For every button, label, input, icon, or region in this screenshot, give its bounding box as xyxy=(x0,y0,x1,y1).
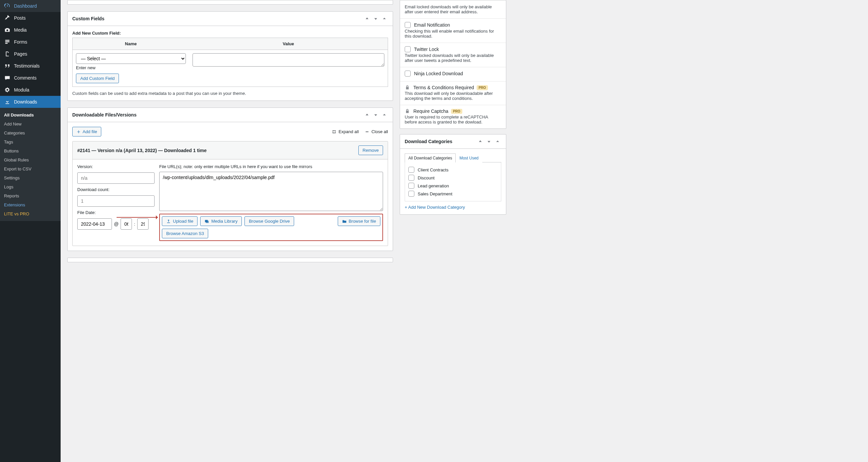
add-new-category-link[interactable]: + Add New Download Category xyxy=(400,205,506,214)
move-up-icon[interactable] xyxy=(363,111,371,119)
svg-rect-2 xyxy=(5,43,8,44)
sidebar-item-posts[interactable]: Posts xyxy=(0,12,61,24)
sidebar-item-comments[interactable]: Comments xyxy=(0,72,61,84)
twitter-lock-desc: Twitter locked downloads will only be av… xyxy=(405,53,501,63)
submenu-add-new[interactable]: Add New xyxy=(0,120,61,129)
gauge-icon xyxy=(4,3,11,9)
category-item: Sales Department xyxy=(418,191,452,196)
add-custom-field-button[interactable]: Add Custom Field xyxy=(76,73,119,83)
custom-fields-description: Custom fields can be used to add extra m… xyxy=(72,91,388,96)
folder-icon xyxy=(342,219,347,224)
sidebar-item-testimonials[interactable]: Testimonials xyxy=(0,60,61,72)
sidebar-item-modula[interactable]: Modula xyxy=(0,84,61,96)
download-options-box: Email locked downloads will only be avai… xyxy=(400,0,506,129)
categories-title: Download Categories xyxy=(405,139,452,144)
name-header: Name xyxy=(72,38,189,50)
ninja-lock-checkbox[interactable] xyxy=(405,71,411,76)
submenu-lite-vs-pro[interactable]: LITE vs PRO xyxy=(0,209,61,218)
camera-icon xyxy=(4,27,11,33)
submenu-reports[interactable]: Reports xyxy=(0,191,61,200)
download-count-label: Download count: xyxy=(77,187,155,192)
downloadable-files-box: Downloadable Files/Versions Add file Exp… xyxy=(67,107,393,251)
file-hour-input[interactable] xyxy=(121,218,132,230)
toggle-icon[interactable] xyxy=(494,138,501,145)
twitter-lock-checkbox[interactable] xyxy=(405,46,411,52)
category-checkbox[interactable] xyxy=(408,167,414,173)
sidebar-item-downloads[interactable]: Downloads xyxy=(0,96,61,108)
submenu-extensions[interactable]: Extensions xyxy=(0,200,61,209)
email-notification-checkbox[interactable] xyxy=(405,22,411,28)
admin-sidebar: Dashboard Posts Media Forms Pages Testim… xyxy=(0,0,61,462)
file-version-block: #2141 — Version n/a (April 13, 2022) — D… xyxy=(72,141,388,246)
svg-rect-0 xyxy=(5,40,10,41)
submenu-global-rules[interactable]: Global Rules xyxy=(0,156,61,164)
plus-icon xyxy=(76,130,81,134)
category-item: Discount xyxy=(418,175,435,180)
pro-badge: PRO xyxy=(477,85,488,90)
sidebar-item-dashboard[interactable]: Dashboard xyxy=(0,0,61,12)
move-up-icon[interactable] xyxy=(477,138,484,145)
sidebar-submenu: All Downloads Add New Categories Tags Bu… xyxy=(0,108,61,221)
tab-most-used[interactable]: Most Used xyxy=(456,154,482,162)
custom-fields-title: Custom Fields xyxy=(72,16,104,21)
expand-all-link[interactable]: Expand all xyxy=(332,129,359,134)
browse-google-drive-button[interactable]: Browse Google Drive xyxy=(245,217,294,226)
sidebar-item-pages[interactable]: Pages xyxy=(0,48,61,60)
move-down-icon[interactable] xyxy=(372,111,379,119)
email-lock-desc: Email locked downloads will only be avai… xyxy=(405,4,501,14)
file-url-input[interactable]: /wp-content/uploads/dlm_uploads/2022/04/… xyxy=(159,172,383,211)
file-minute-input[interactable] xyxy=(137,218,149,230)
submenu-tags[interactable]: Tags xyxy=(0,137,61,146)
custom-fields-box: Custom Fields Add New Custom Field: Name… xyxy=(67,11,393,101)
tab-all-categories[interactable]: All Download Categories xyxy=(405,154,456,162)
remove-file-button[interactable]: Remove xyxy=(359,145,383,155)
upload-file-button[interactable]: Upload file xyxy=(162,217,197,226)
submenu-export-csv[interactable]: Export to CSV xyxy=(0,164,61,173)
category-checkbox[interactable] xyxy=(408,191,414,197)
submenu-all-downloads[interactable]: All Downloads xyxy=(0,110,61,120)
submenu-buttons[interactable]: Buttons xyxy=(0,146,61,156)
file-source-buttons: Upload file Media Library Browse Google … xyxy=(159,214,383,241)
file-url-label: File URL(s); note: only enter multiple U… xyxy=(159,164,383,169)
gear-icon xyxy=(4,87,11,93)
toggle-icon[interactable] xyxy=(381,15,388,22)
submenu-settings[interactable]: Settings xyxy=(0,173,61,183)
postbox-actions xyxy=(363,111,388,119)
file-date-input[interactable] xyxy=(77,218,112,230)
move-up-icon[interactable] xyxy=(363,15,371,22)
twitter-lock-label: Twitter Lock xyxy=(414,46,439,52)
sidebar-item-label: Dashboard xyxy=(14,3,37,9)
category-checkbox[interactable] xyxy=(408,183,414,189)
postbox-header: Downloadable Files/Versions xyxy=(68,108,393,122)
download-categories-box: Download Categories All Download Categor… xyxy=(400,134,506,215)
browse-for-file-button[interactable]: Browse for file xyxy=(338,217,380,226)
sidebar-item-media[interactable]: Media xyxy=(0,24,61,36)
sidebar-item-label: Testimonials xyxy=(14,63,40,69)
download-count-input[interactable] xyxy=(77,195,155,207)
postbox-placeholder xyxy=(67,258,393,262)
browse-amazon-s3-button[interactable]: Browse Amazon S3 xyxy=(162,229,208,238)
move-down-icon[interactable] xyxy=(372,15,379,22)
custom-field-name-select[interactable]: — Select — xyxy=(76,53,186,64)
sidebar-item-label: Posts xyxy=(14,15,26,21)
form-icon xyxy=(4,39,11,45)
category-checkbox[interactable] xyxy=(408,175,414,181)
add-file-button[interactable]: Add file xyxy=(72,127,101,136)
submenu-categories[interactable]: Categories xyxy=(0,129,61,137)
media-icon xyxy=(205,219,209,224)
file-date-label: File Date: xyxy=(77,210,155,215)
category-item: Lead generation xyxy=(418,184,449,188)
media-library-button[interactable]: Media Library xyxy=(200,217,242,226)
move-down-icon[interactable] xyxy=(485,138,493,145)
upload-icon xyxy=(166,219,171,224)
toggle-icon[interactable] xyxy=(381,111,388,119)
submenu-logs[interactable]: Logs xyxy=(0,183,61,191)
close-all-link[interactable]: Close all xyxy=(365,129,388,134)
postbox-header: Custom Fields xyxy=(68,12,393,26)
custom-field-value-input[interactable] xyxy=(192,53,385,67)
postbox-placeholder xyxy=(67,0,393,5)
sidebar-item-forms[interactable]: Forms xyxy=(0,36,61,48)
enter-new-link[interactable]: Enter new xyxy=(76,65,186,70)
pages-icon xyxy=(4,51,11,57)
version-input[interactable] xyxy=(77,172,155,184)
